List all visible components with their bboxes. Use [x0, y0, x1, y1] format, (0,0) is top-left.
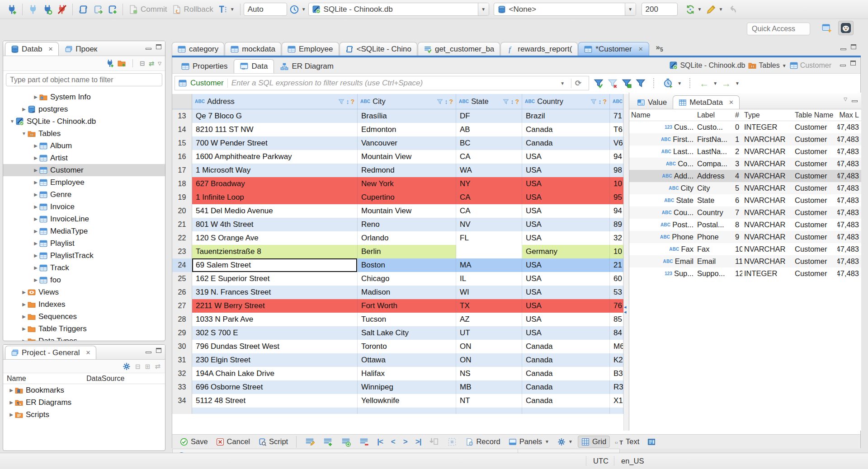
grid-cell[interactable]: 162 E Superior Street — [192, 272, 358, 286]
grid-cell[interactable]: NV — [456, 218, 522, 231]
tab-metadata[interactable]: MetaData ✕ — [673, 95, 740, 109]
metadata-index-cell[interactable]: 0 — [733, 123, 742, 131]
column-header-datasource[interactable]: DataSource — [83, 375, 164, 383]
metadata-row[interactable]: ABCAdd...Address4NVARCHARCustomer2,147,4… — [629, 170, 861, 182]
grid-cell[interactable]: 89 — [610, 218, 623, 231]
grid-cell[interactable]: CA — [456, 150, 522, 164]
grid-cell[interactable]: Berlin — [358, 245, 456, 258]
metadata-table-name-cell[interactable]: Customer — [793, 159, 837, 168]
metadata-max-length-cell[interactable]: 2,147,483 — [837, 196, 861, 205]
metadata-label-cell[interactable]: Suppo... — [695, 269, 733, 278]
grid-cell[interactable]: Reno — [358, 218, 456, 231]
tree-item-artist[interactable]: ▶Artist — [3, 152, 165, 164]
editor-tab--sqlite-chino[interactable]: <SQLite - Chino — [340, 42, 417, 56]
expand-arrow-icon[interactable]: ▶ — [8, 400, 15, 405]
row-number-cell[interactable]: 26 — [172, 286, 192, 299]
metadata-max-length-cell[interactable]: 2,147,483 — [837, 233, 861, 241]
grid-cell[interactable]: B3 — [610, 367, 623, 380]
editor-tab-rewards-report-[interactable]: frewards_report( — [500, 42, 578, 56]
column-header-address[interactable]: ABCAddress↕? — [192, 94, 358, 109]
maximize-icon[interactable] — [156, 44, 161, 49]
row-number-cell[interactable]: 28 — [172, 313, 192, 326]
expand-arrow-icon[interactable]: ▶ — [20, 302, 28, 307]
grid-cell[interactable] — [456, 245, 522, 258]
grid-cell[interactable]: X1 — [610, 394, 623, 408]
grid-cell[interactable]: Chicago — [358, 272, 456, 286]
grid-cell[interactable]: WA — [456, 164, 522, 177]
metadata-table-name-cell[interactable]: Customer — [793, 123, 837, 131]
view-menu-icon[interactable]: ▽ — [158, 61, 161, 66]
expand-arrow-icon[interactable]: ▶ — [8, 412, 15, 417]
metadata-type-cell[interactable]: NVARCHAR — [742, 233, 793, 241]
close-icon[interactable]: ✕ — [729, 99, 734, 106]
grid-cell[interactable]: 696 Osborne Street — [192, 380, 358, 394]
grid-cell[interactable]: Cupertino — [358, 191, 456, 204]
commit-button[interactable]: Commit — [126, 5, 170, 14]
table-row[interactable]: 191 Infinite LoopCupertinoCAUSA95 — [172, 191, 623, 204]
tree-item-invoice[interactable]: ▶Invoice — [3, 201, 165, 213]
tree-item-foo[interactable]: ▶foo — [3, 274, 165, 286]
auto-refresh-icon[interactable] — [663, 78, 673, 88]
metadata-label-cell[interactable]: Compa... — [695, 159, 733, 168]
save-filter-icon[interactable] — [622, 78, 632, 88]
row-number-cell[interactable]: 21 — [172, 218, 192, 231]
metadata-name-cell[interactable]: ABCCo... — [629, 159, 695, 168]
new-sql-editor-icon[interactable] — [78, 5, 88, 14]
connection-dropdown[interactable]: ▼ — [478, 3, 489, 15]
expand-arrow-icon[interactable]: ▶ — [8, 388, 15, 393]
tree-item-data-types[interactable]: ▶Data Types — [3, 335, 165, 341]
metadata-label-cell[interactable]: Fax — [695, 245, 733, 253]
metadata-column-table-name[interactable]: Table Name — [793, 111, 837, 119]
metadata-max-length-cell[interactable]: 2,147,483 — [837, 135, 861, 144]
breadcrumb-customer[interactable]: Customer — [790, 61, 831, 70]
grid-cell[interactable]: 94 — [610, 204, 623, 218]
grid-cell[interactable]: FL — [456, 231, 522, 245]
filter-history-dropdown[interactable]: ▼ — [557, 81, 567, 86]
grid-cell[interactable]: R3 — [610, 380, 623, 394]
grid-cell[interactable]: USA — [522, 258, 610, 272]
column-header-truncated[interactable]: ABC — [610, 94, 623, 109]
grid-cell[interactable]: 94 — [610, 150, 623, 164]
row-number-cell[interactable]: 29 — [172, 326, 192, 340]
column-header-country[interactable]: ABCCountry↕? — [522, 94, 610, 109]
link-editor-icon[interactable]: ⇄ — [149, 60, 155, 67]
grid-cell[interactable]: 10 — [610, 177, 623, 191]
back-button[interactable] — [725, 5, 740, 14]
metadata-name-cell[interactable]: ABCEmail — [629, 257, 695, 266]
grid-cell[interactable]: USA — [522, 150, 610, 164]
table-row[interactable]: 21801 W 4th StreetRenoNVUSA89 — [172, 218, 623, 231]
tab-database-navigator[interactable]: Datab ✕ — [5, 42, 59, 56]
metadata-max-length-cell[interactable]: 2,147,483 — [837, 220, 861, 229]
cancel-button[interactable]: Cancel — [213, 437, 253, 446]
grid-cell[interactable]: USA — [522, 286, 610, 299]
metadata-index-cell[interactable]: 10 — [733, 245, 742, 253]
tree-item-table-triggers[interactable]: ▶Table Triggers — [3, 323, 165, 335]
row-number-cell[interactable]: 18 — [172, 177, 192, 191]
metadata-type-cell[interactable]: INTEGER — [742, 123, 793, 131]
metadata-name-cell[interactable]: 123Sup... — [629, 269, 695, 278]
metadata-label-cell[interactable]: City — [695, 184, 733, 192]
table-row[interactable]: 345112 48 StreetYellowknifeNTCanadaX1 — [172, 394, 623, 408]
minimize-icon[interactable] — [840, 48, 846, 50]
grid-cell[interactable]: Canada — [522, 136, 610, 150]
breadcrumb-sqlite-chinook-db[interactable]: SQLite - Chinook.db — [670, 61, 745, 70]
metadata-type-cell[interactable]: INTEGER — [742, 269, 793, 278]
grid-cell[interactable]: 230 Elgin Street — [192, 353, 358, 367]
grid-mode-button[interactable]: Grid — [578, 436, 610, 448]
tree-item-tables[interactable]: ▼Tables — [3, 127, 165, 140]
metadata-table-name-cell[interactable]: Customer — [793, 220, 837, 229]
column-sort-icon[interactable]: ↕ — [444, 98, 448, 105]
recent-sql-editor-icon[interactable] — [93, 5, 103, 14]
metadata-index-cell[interactable]: 5 — [733, 184, 742, 192]
quick-access-input[interactable] — [747, 23, 810, 35]
grid-cell[interactable]: TX — [456, 299, 522, 313]
grid-cell[interactable]: Madison — [358, 286, 456, 299]
expand-arrow-icon[interactable]: ▶ — [32, 241, 39, 246]
metadata-table-name-cell[interactable]: Customer — [793, 147, 837, 156]
grid-cell[interactable]: Edmonton — [358, 123, 456, 136]
metadata-type-cell[interactable]: NVARCHAR — [742, 159, 793, 168]
metadata-table-name-cell[interactable]: Customer — [793, 172, 837, 180]
navigator-filter-input[interactable] — [6, 73, 162, 86]
row-number-cell[interactable]: 31 — [172, 353, 192, 367]
apply-filter-icon[interactable] — [594, 78, 604, 88]
